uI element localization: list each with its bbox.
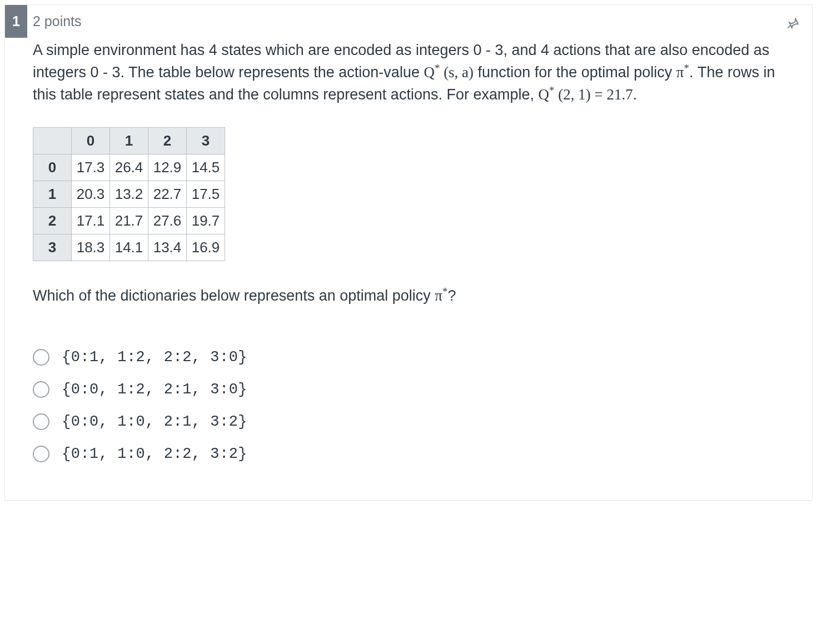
cell: 13.2 <box>110 181 148 208</box>
col-header: 1 <box>110 128 148 154</box>
followup-question: Which of the dictionaries below represen… <box>33 286 784 304</box>
cell: 17.3 <box>72 154 110 181</box>
cell: 27.6 <box>148 208 187 234</box>
cell: 26.4 <box>110 154 148 181</box>
col-header: 3 <box>187 128 225 154</box>
table-row: 0 17.3 26.4 12.9 14.5 <box>33 154 225 181</box>
corner-cell <box>33 128 72 154</box>
radio-icon <box>33 349 49 366</box>
cell: 13.4 <box>148 234 187 261</box>
answer-option[interactable]: {0:0, 1:2, 2:1, 3:0} <box>33 381 784 398</box>
option-label: {0:0, 1:2, 2:1, 3:0} <box>62 381 247 398</box>
option-label: {0:0, 1:0, 2:1, 3:2} <box>62 413 247 430</box>
cell: 16.9 <box>187 234 225 261</box>
radio-icon <box>33 381 49 398</box>
q-value-table: 0 1 2 3 0 17.3 26.4 12.9 14.5 1 20.3 13.… <box>33 127 225 261</box>
row-header: 2 <box>33 208 72 234</box>
answer-option[interactable]: {0:1, 1:2, 2:2, 3:0} <box>33 349 784 366</box>
option-label: {0:1, 1:0, 2:2, 3:2} <box>62 446 247 462</box>
answer-options: {0:1, 1:2, 2:2, 3:0} {0:0, 1:2, 2:1, 3:0… <box>33 349 784 462</box>
cell: 17.1 <box>72 208 110 234</box>
question-header: 1 2 points <box>5 5 812 38</box>
col-header: 0 <box>72 128 110 154</box>
pin-icon[interactable] <box>785 16 800 34</box>
table-header-row: 0 1 2 3 <box>33 128 225 154</box>
col-header: 2 <box>148 128 187 154</box>
option-label: {0:1, 1:2, 2:2, 3:0} <box>62 349 247 366</box>
cell: 14.1 <box>110 234 148 261</box>
answer-option[interactable]: {0:0, 1:0, 2:1, 3:2} <box>33 413 784 430</box>
prompt-text: A simple environment has 4 states which … <box>33 40 784 105</box>
answer-option[interactable]: {0:1, 1:0, 2:2, 3:2} <box>33 446 784 462</box>
cell: 22.7 <box>148 181 187 208</box>
cell: 20.3 <box>72 181 110 208</box>
cell: 18.3 <box>72 234 110 261</box>
table-row: 3 18.3 14.1 13.4 16.9 <box>33 234 225 261</box>
svg-line-0 <box>788 25 790 28</box>
cell: 19.7 <box>187 208 225 234</box>
cell: 21.7 <box>110 208 148 234</box>
radio-icon <box>33 446 49 462</box>
cell: 17.5 <box>187 181 225 208</box>
row-header: 3 <box>33 234 72 261</box>
radio-icon <box>33 413 49 430</box>
question-body: A simple environment has 4 states which … <box>5 38 812 500</box>
question-number: 1 <box>5 5 27 38</box>
points-label: 2 points <box>27 5 88 38</box>
row-header: 0 <box>33 154 72 181</box>
cell: 14.5 <box>187 154 225 181</box>
row-header: 1 <box>33 181 72 208</box>
cell: 12.9 <box>148 154 187 181</box>
table-row: 2 17.1 21.7 27.6 19.7 <box>33 208 225 234</box>
table-row: 1 20.3 13.2 22.7 17.5 <box>33 181 225 208</box>
question-card: 1 2 points A simple environment has 4 st… <box>4 4 813 501</box>
